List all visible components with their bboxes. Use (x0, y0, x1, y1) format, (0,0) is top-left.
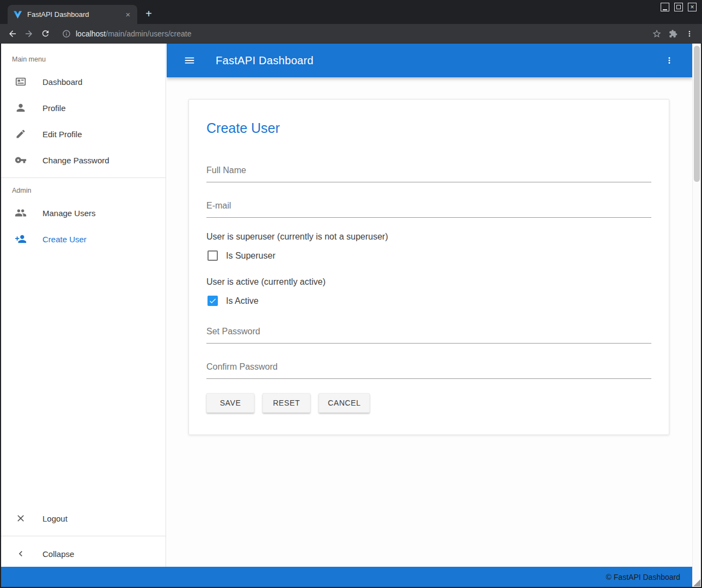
set-password-input[interactable] (206, 322, 651, 344)
star-icon (652, 29, 662, 39)
page-footer: © FastAPI Dashboard (1, 567, 692, 587)
tab-close-icon[interactable]: × (123, 10, 133, 20)
sidebar-item-label: Manage Users (42, 209, 96, 218)
reload-icon (41, 29, 50, 38)
new-tab-button[interactable]: + (141, 5, 157, 22)
browser-menu-button[interactable] (681, 26, 698, 42)
page-content: Create User User is superuser (currently… (167, 99, 692, 567)
full-name-field-wrap (206, 161, 651, 182)
page-scrollbar[interactable] (692, 44, 701, 587)
forward-arrow-icon (24, 29, 34, 39)
back-button[interactable] (4, 26, 21, 42)
is-superuser-checkbox-row[interactable]: Is Superuser (207, 250, 651, 261)
sidebar: Main menu Dashboard Profile Edit Profile (1, 44, 166, 567)
check-icon (209, 297, 217, 305)
vuetify-favicon-icon (13, 10, 22, 19)
url-text[interactable]: localhost/main/admin/users/create (76, 29, 191, 38)
confirm-password-input[interactable] (206, 358, 651, 379)
sidebar-item-change-password[interactable]: Change Password (1, 147, 166, 173)
is-superuser-label: Is Superuser (226, 251, 276, 261)
is-superuser-checkbox[interactable] (207, 250, 218, 261)
sidebar-item-label: Profile (42, 103, 66, 113)
browser-tab[interactable]: FastAPI Dashboard × (8, 5, 137, 24)
sidebar-item-dashboard[interactable]: Dashboard (1, 69, 166, 95)
reset-button[interactable]: RESET (263, 393, 310, 413)
sidebar-item-label: Change Password (42, 156, 109, 165)
sidebar-item-label: Dashboard (42, 77, 82, 87)
dashboard-icon (14, 75, 27, 88)
sidebar-item-edit-profile[interactable]: Edit Profile (1, 121, 166, 147)
appbar-title: FastAPI Dashboard (216, 54, 660, 67)
is-active-checkbox-row[interactable]: Is Active (207, 296, 651, 306)
key-icon (14, 154, 27, 167)
tab-strip: FastAPI Dashboard × + × (0, 0, 702, 24)
sidebar-item-label: Edit Profile (42, 130, 82, 139)
sidebar-item-manage-users[interactable]: Manage Users (1, 200, 166, 226)
main-area: FastAPI Dashboard Create User User is su… (167, 44, 692, 567)
sidebar-item-collapse[interactable]: Collapse (1, 541, 166, 567)
save-button[interactable]: SAVE (206, 393, 254, 413)
sidebar-divider (1, 177, 166, 178)
cancel-button[interactable]: CANCEL (319, 393, 370, 413)
extension-button[interactable] (665, 26, 681, 42)
hamburger-icon (184, 54, 196, 66)
create-user-card: Create User User is superuser (currently… (188, 99, 669, 435)
close-icon: × (690, 4, 694, 10)
email-field-wrap (206, 197, 651, 218)
hamburger-menu-button[interactable] (180, 51, 199, 70)
maximize-icon (676, 5, 681, 9)
sidebar-section-admin: Admin (1, 182, 166, 200)
window-maximize-button[interactable] (674, 3, 683, 11)
forward-button[interactable] (21, 26, 37, 42)
window-minimize-button[interactable] (661, 3, 669, 11)
kebab-menu-icon (685, 29, 694, 38)
sidebar-item-label: Create User (42, 235, 87, 244)
person-icon (14, 101, 27, 114)
person-add-icon (14, 232, 27, 246)
reload-button[interactable] (37, 26, 53, 42)
superuser-hint: User is superuser (currently is not a su… (206, 232, 651, 242)
confirm-password-field-wrap (206, 358, 651, 379)
active-hint: User is active (currently active) (206, 277, 651, 287)
sidebar-bottom-group: Logout Collapse (1, 505, 166, 567)
is-active-checkbox[interactable] (207, 296, 218, 306)
set-password-field-wrap (206, 322, 651, 344)
pencil-icon (14, 127, 27, 140)
form-actions: SAVE RESET CANCEL (206, 393, 651, 413)
full-name-input[interactable] (206, 161, 651, 182)
page-title: Create User (206, 120, 651, 136)
page-viewport: Main menu Dashboard Profile Edit Profile (1, 44, 701, 587)
sidebar-item-label: Logout (42, 514, 68, 523)
page-info-icon[interactable] (62, 29, 71, 38)
bookmark-button[interactable] (649, 26, 665, 42)
browser-toolbar: localhost/main/admin/users/create (0, 24, 702, 44)
browser-window: FastAPI Dashboard × + × localhost/main/a… (0, 0, 702, 588)
kebab-menu-icon (664, 56, 674, 65)
is-active-label: Is Active (226, 296, 259, 306)
window-close-button[interactable]: × (688, 3, 697, 11)
sidebar-item-profile[interactable]: Profile (1, 95, 166, 121)
back-arrow-icon (8, 29, 17, 39)
url-path: /main/admin/users/create (106, 29, 191, 38)
sidebar-item-logout[interactable]: Logout (1, 505, 166, 531)
url-host: localhost (76, 29, 106, 38)
people-icon (14, 206, 27, 219)
scrollbar-thumb[interactable] (694, 46, 700, 182)
extension-icon (669, 29, 677, 38)
sidebar-section-main-menu: Main menu (1, 51, 166, 69)
email-input[interactable] (206, 197, 651, 218)
tab-title: FastAPI Dashboard (27, 10, 123, 19)
sidebar-item-label: Collapse (42, 549, 74, 559)
logout-x-icon (14, 512, 27, 525)
address-bar[interactable]: localhost/main/admin/users/create (57, 26, 645, 41)
app-bar: FastAPI Dashboard (167, 44, 692, 77)
footer-copyright: © FastAPI Dashboard (606, 573, 680, 581)
sidebar-divider (1, 536, 166, 536)
chevron-left-icon (14, 547, 27, 560)
sidebar-item-create-user[interactable]: Create User (1, 226, 166, 252)
window-controls: × (661, 3, 697, 11)
appbar-menu-button[interactable] (660, 51, 679, 70)
minimize-icon (663, 9, 667, 10)
